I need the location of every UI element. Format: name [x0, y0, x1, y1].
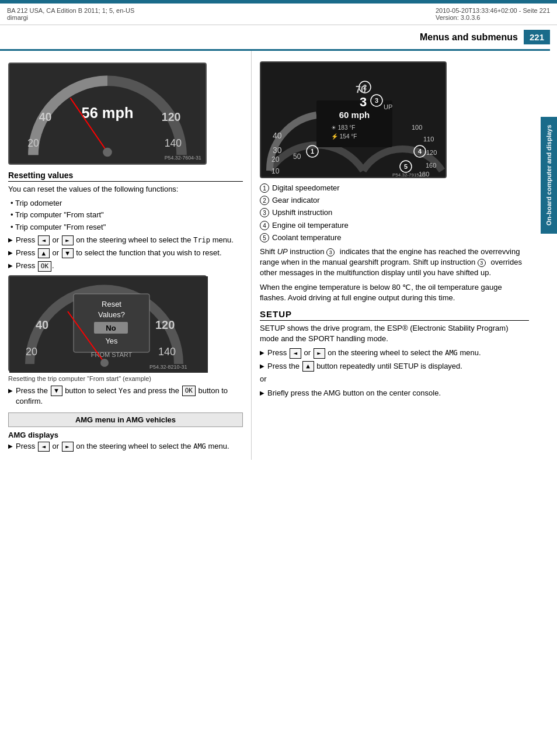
- side-tab: On-board computer and displays: [541, 117, 557, 234]
- svg-text:110: 110: [423, 136, 434, 143]
- btn-up-1: ▲: [38, 248, 50, 258]
- numbered-list: 1 Digital speedometer 2 Gear indicator 3…: [260, 183, 529, 243]
- svg-text:120: 120: [162, 110, 181, 123]
- shift-para1: Shift UP instruction 3 indicates that th…: [260, 247, 529, 279]
- svg-text:5: 5: [404, 163, 408, 170]
- resetting-intro: You can reset the values of the followin…: [8, 184, 243, 195]
- svg-text:P54.32-7915-31: P54.32-7915-31: [392, 172, 426, 178]
- svg-text:100: 100: [412, 124, 422, 131]
- circle-3: 3: [260, 208, 269, 217]
- svg-text:40: 40: [36, 318, 48, 331]
- svg-text:3: 3: [375, 97, 378, 104]
- page-number: 221: [524, 30, 550, 44]
- num-item-5: 5 Coolant temperature: [260, 233, 529, 243]
- svg-text:4: 4: [418, 148, 422, 155]
- svg-text:3: 3: [360, 95, 367, 109]
- circle-4: 4: [260, 221, 269, 230]
- page-title: Menus and submenus: [420, 32, 518, 43]
- svg-text:UP: UP: [384, 103, 392, 110]
- svg-text:Values?: Values?: [98, 310, 125, 319]
- btn-ok-1: OK: [38, 261, 51, 271]
- amg-menu-box: AMG menu in AMG vehicles: [8, 412, 243, 427]
- svg-point-7: [103, 148, 112, 157]
- svg-text:120: 120: [155, 318, 175, 331]
- num-item-3: 3 Upshift instruction: [260, 207, 529, 218]
- svg-text:⚡ 154 °F: ⚡ 154 °F: [331, 133, 357, 140]
- left-column: 40 20 120 140 56 mph P54.32-7604-31 Rese…: [0, 51, 251, 460]
- svg-text:Reset: Reset: [102, 300, 121, 308]
- setup-step-1: Press ◄ or ► on the steering wheel to se…: [260, 348, 529, 358]
- content-area: 40 20 120 140 56 mph P54.32-7604-31 Rese…: [0, 51, 557, 460]
- svg-text:20: 20: [26, 346, 37, 358]
- header-right2: Version: 3.0.3.6: [436, 14, 550, 21]
- setup-step-3: Briefly press the AMG button on the cent…: [260, 388, 529, 398]
- svg-text:70: 70: [356, 85, 366, 95]
- svg-text:10: 10: [271, 167, 280, 175]
- amg-displays-title: AMG displays: [8, 431, 243, 439]
- reset-caption: Resetting the trip computer "From start"…: [8, 375, 243, 382]
- svg-text:20: 20: [27, 137, 39, 149]
- circle-1: 1: [260, 183, 269, 193]
- btn-ok-2: OK: [182, 386, 196, 396]
- svg-text:56 mph: 56 mph: [82, 105, 134, 121]
- setup-para: SETUP shows the drive program, the ESP® …: [260, 323, 529, 344]
- setup-title: SETUP: [260, 309, 529, 321]
- setup-or: or: [260, 374, 529, 384]
- num-item-2: 2 Gear indicator: [260, 195, 529, 206]
- svg-text:40: 40: [273, 131, 282, 140]
- resetting-title: Resetting values: [8, 171, 243, 182]
- bullet-item-2: Trip computer "From start": [8, 210, 243, 220]
- svg-text:Yes: Yes: [105, 337, 118, 345]
- btn-down-2: ▼: [51, 386, 62, 396]
- svg-text:30: 30: [273, 145, 282, 155]
- svg-text:20: 20: [271, 155, 280, 164]
- btn-left-amg: ◄: [38, 442, 50, 452]
- svg-text:160: 160: [426, 162, 436, 169]
- svg-text:140: 140: [165, 137, 182, 149]
- svg-rect-34: [316, 100, 392, 147]
- btn-left-1: ◄: [38, 235, 50, 245]
- reset-image: 40 20 120 140 Reset Values? No Yes FROM …: [8, 275, 207, 372]
- speedometer-image: 40 20 120 140 56 mph P54.32-7604-31: [8, 63, 207, 165]
- page-header: BA 212 USA, CA Edition B 2011; 1; 5, en-…: [0, 4, 557, 25]
- svg-text:60 mph: 60 mph: [339, 110, 370, 120]
- svg-text:50: 50: [293, 152, 301, 161]
- bullet-item-1: Trip odometer: [8, 198, 243, 209]
- dashboard-image: 30 40 20 10 100 110 120 160 180 60 mph: [260, 61, 447, 178]
- step-2: Press ▲ or ▼ to select the function that…: [8, 248, 243, 258]
- step-3: Press OK.: [8, 261, 243, 271]
- svg-text:☀ 183 °F: ☀ 183 °F: [331, 124, 355, 131]
- svg-text:P54.32-7604-31: P54.32-7604-31: [165, 155, 201, 161]
- btn-right-1: ►: [62, 235, 74, 245]
- svg-text:No: No: [106, 324, 116, 332]
- circle-2: 2: [260, 196, 269, 205]
- amg-step-1: Press ◄ or ► on the steering wheel to se…: [8, 441, 243, 452]
- svg-point-22: [100, 359, 109, 367]
- header-left1: BA 212 USA, CA Edition B 2011; 1; 5, en-…: [7, 7, 134, 14]
- setup-step-2: Press the ▲ button repeatedly until SETU…: [260, 361, 529, 372]
- shift-para2: When the engine temperature is below 80 …: [260, 282, 529, 303]
- btn-right-setup: ►: [314, 348, 325, 358]
- bullet-item-3: Trip computer "From reset": [8, 222, 243, 233]
- svg-text:40: 40: [39, 110, 52, 123]
- svg-text:140: 140: [158, 346, 176, 358]
- right-column: 30 40 20 10 100 110 120 160 180 60 mph: [251, 51, 537, 460]
- page-title-bar: Menus and submenus 221: [0, 25, 550, 51]
- step-reset: Press the ▼ button to select Yes and pre…: [8, 386, 243, 407]
- step-1: Press ◄ or ► on the steering wheel to se…: [8, 235, 243, 245]
- btn-left-setup: ◄: [290, 348, 301, 358]
- header-left2: dimargi: [7, 14, 134, 21]
- btn-up-setup: ▲: [302, 361, 314, 371]
- bullet-list: Trip odometer Trip computer "From start"…: [8, 198, 243, 233]
- btn-down-1: ▼: [62, 248, 74, 258]
- btn-right-amg: ►: [62, 442, 74, 452]
- svg-text:120: 120: [426, 149, 437, 156]
- svg-text:1: 1: [311, 148, 314, 155]
- circle-5: 5: [260, 233, 269, 242]
- header-right1: 2010-05-20T13:33:46+02:00 - Seite 221: [436, 7, 550, 14]
- svg-text:P54.32-8210-31: P54.32-8210-31: [149, 364, 187, 370]
- num-item-4: 4 Engine oil temperature: [260, 220, 529, 231]
- num-item-1: 1 Digital speedometer: [260, 183, 529, 193]
